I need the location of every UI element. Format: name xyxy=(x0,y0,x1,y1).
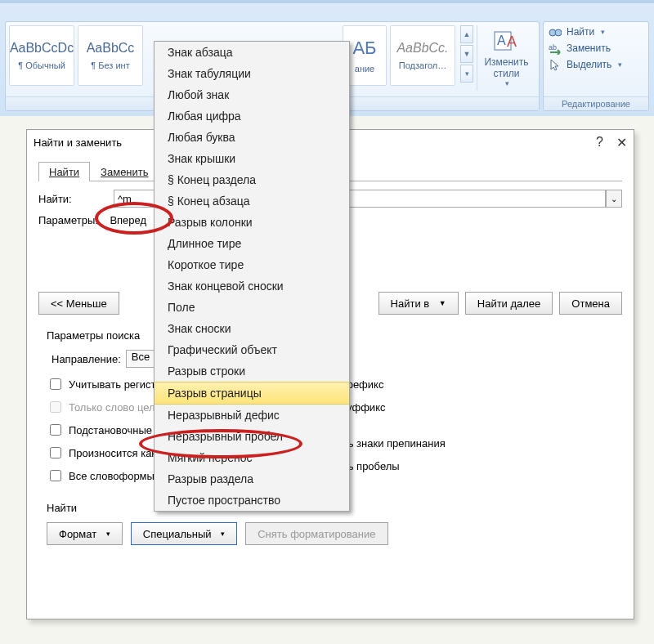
tab-find[interactable]: Найти xyxy=(38,162,90,181)
gallery-up-button[interactable]: ▲ xyxy=(460,25,473,43)
chevron-down-icon: ▾ xyxy=(601,28,605,36)
cursor-icon xyxy=(549,58,562,71)
cancel-button[interactable]: Отмена xyxy=(559,292,622,315)
special-menu-item[interactable]: Длинное тире xyxy=(155,233,349,254)
select-button[interactable]: Выделить ▾ xyxy=(549,58,643,71)
tab-replace[interactable]: Заменить xyxy=(90,162,159,181)
special-menu-item[interactable]: Любая буква xyxy=(155,127,349,148)
find-label: Найти xyxy=(567,26,594,38)
gallery-down-button[interactable]: ▼ xyxy=(460,45,473,63)
special-menu-item[interactable]: § Конец абзаца xyxy=(155,190,349,212)
options-value: Вперед xyxy=(110,214,146,226)
replace-button[interactable]: ab Заменить xyxy=(549,42,643,55)
svg-text:A: A xyxy=(497,34,506,47)
special-menu-item[interactable]: Мягкий перенос xyxy=(155,447,349,468)
replace-icon: ab xyxy=(549,42,562,55)
special-button[interactable]: Специальный ▾ xyxy=(131,522,237,545)
special-menu-item[interactable]: Знак абзаца xyxy=(155,42,349,63)
gallery-more-button[interactable]: ▾ xyxy=(460,65,473,83)
special-menu-item[interactable]: Разрыв колонки xyxy=(155,212,349,233)
change-styles-label-1: Изменить xyxy=(484,56,528,68)
less-button[interactable]: << Меньше xyxy=(38,292,119,315)
svg-text:A: A xyxy=(507,34,517,50)
style-item-nospacing[interactable]: AaBbCc ¶ Без инт xyxy=(78,25,143,86)
binoculars-icon xyxy=(549,25,562,38)
style-sample: AaBbCc. xyxy=(396,41,448,56)
change-styles-icon: A A xyxy=(493,29,521,53)
editing-group-label: Редактирование xyxy=(544,96,648,110)
select-label: Выделить xyxy=(567,59,611,70)
style-sample: AaBbCc xyxy=(87,41,135,56)
special-menu-item[interactable]: Разрыв строки xyxy=(155,360,349,382)
svg-point-4 xyxy=(555,29,562,36)
find-what-label: Найти: xyxy=(38,193,107,205)
ribbon-editing-group: Найти ▾ ab Заменить Выделить ▾ Редактиро… xyxy=(543,21,649,111)
special-menu-item[interactable]: Разрыв страницы xyxy=(155,382,349,405)
dialog-title: Найти и заменить xyxy=(34,136,122,149)
special-menu-item[interactable]: Пустое пространство xyxy=(155,490,349,511)
replace-label: Заменить xyxy=(567,42,611,54)
special-menu-item[interactable]: Любой знак xyxy=(155,84,349,105)
special-menu-item[interactable]: Знак концевой сноски xyxy=(155,275,349,297)
find-dropdown-button[interactable]: ⌄ xyxy=(606,190,622,208)
special-menu: Знак абзацаЗнак табуляцииЛюбой знакЛюбая… xyxy=(154,41,350,512)
change-styles-label-2: стили xyxy=(494,68,520,79)
change-styles-button[interactable]: A A Изменить стили ▾ xyxy=(477,25,535,91)
chevron-down-icon: ▾ xyxy=(505,79,509,87)
special-menu-item[interactable]: Поле xyxy=(155,297,349,318)
style-name: ¶ Без инт xyxy=(91,60,129,70)
options-label: Параметры: xyxy=(38,214,98,226)
find-button[interactable]: Найти ▾ xyxy=(549,25,643,38)
style-name: ание xyxy=(355,64,374,74)
svg-text:ab: ab xyxy=(549,43,557,51)
find-next-button[interactable]: Найти далее xyxy=(465,292,553,315)
style-name: ¶ Обычный xyxy=(18,60,65,70)
special-menu-item[interactable]: Знак крышки xyxy=(155,148,349,169)
style-sample: AaBbCcDc xyxy=(10,41,74,56)
special-menu-item[interactable]: Короткое тире xyxy=(155,254,349,275)
no-formatting-button: Снять форматирование xyxy=(245,522,387,545)
style-item-subtitle[interactable]: AaBbCc. Подзагол… xyxy=(390,25,455,86)
direction-label: Направление: xyxy=(52,353,121,365)
special-menu-item[interactable]: § Конец раздела xyxy=(155,169,349,190)
special-menu-item[interactable]: Разрыв раздела xyxy=(155,468,349,490)
special-menu-item[interactable]: Знак сноски xyxy=(155,318,349,339)
special-menu-item[interactable]: Любая цифра xyxy=(155,105,349,127)
style-sample: АБ xyxy=(352,38,376,59)
special-menu-item[interactable]: Неразрывный пробел xyxy=(155,426,349,447)
chevron-down-icon: ▾ xyxy=(618,60,622,69)
style-item-normal[interactable]: AaBbCcDc ¶ Обычный xyxy=(9,25,74,86)
format-button[interactable]: Формат ▾ xyxy=(47,522,123,545)
special-menu-item[interactable]: Графический объект xyxy=(155,339,349,360)
special-menu-item[interactable]: Знак табуляции xyxy=(155,63,349,84)
close-button[interactable]: ✕ xyxy=(616,135,627,150)
find-in-button[interactable]: Найти в ▼ xyxy=(379,292,459,315)
gallery-scroll: ▲ ▼ ▾ xyxy=(460,25,473,83)
style-name: Подзагол… xyxy=(399,60,446,70)
help-button[interactable]: ? xyxy=(596,135,603,150)
special-menu-item[interactable]: Неразрывный дефис xyxy=(155,405,349,426)
